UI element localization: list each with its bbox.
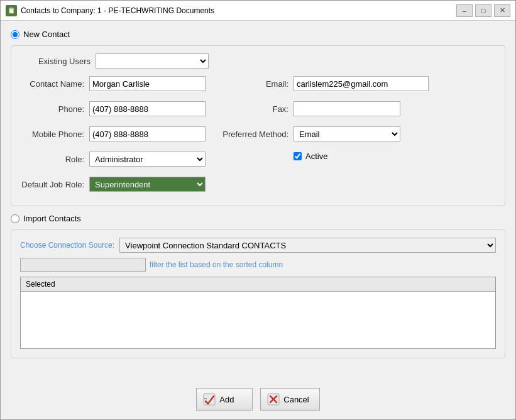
close-button[interactable]: ✕ [494,4,510,17]
email-label: Email: [218,79,294,89]
fax-label: Fax: [218,104,294,114]
left-column: Contact Name: Phone: Mobile Phone: [20,76,206,197]
filter-hint: filter the list based on the sorted colu… [150,260,283,269]
grid-header-selected: Selected [21,277,495,292]
add-icon [202,392,217,407]
role-label: Role: [20,155,89,164]
new-contact-box: Existing Users Contact Name: [11,45,505,206]
app-icon: 📋 [6,5,17,16]
existing-users-row: Existing Users [20,53,496,69]
preferred-method-select[interactable]: Email Phone Fax [294,126,400,141]
add-label: Add [219,395,234,404]
window-title: Contacts to Company: 1 - PE-TECHWRITING … [21,6,456,15]
grid-body[interactable] [21,292,495,348]
email-input[interactable] [294,76,429,91]
new-contact-radio[interactable] [11,30,19,39]
active-checkbox-row: Active [294,152,327,161]
fax-input[interactable] [294,101,400,116]
active-row: Active [218,152,429,161]
connection-source-label: Choose Connection Source: [20,241,114,250]
form-columns: Contact Name: Phone: Mobile Phone: [20,76,496,197]
cancel-icon-svg [266,392,280,406]
contact-name-input[interactable] [89,76,206,91]
import-contacts-section: Import Contacts Choose Connection Source… [11,214,505,358]
import-contacts-radio-row: Import Contacts [11,214,505,223]
phone-row: Phone: [20,101,206,116]
preferred-method-label: Preferred Method: [218,130,294,139]
filter-input[interactable] [20,258,146,272]
filter-row: filter the list based on the sorted colu… [20,258,496,272]
main-window: 📋 Contacts to Company: 1 - PE-TECHWRITIN… [0,0,516,420]
contacts-grid: Selected [20,277,496,349]
import-contacts-box: Choose Connection Source: Viewpoint Conn… [11,229,505,358]
cancel-label: Cancel [283,395,309,404]
email-row: Email: [218,76,429,91]
import-contacts-label: Import Contacts [23,214,81,223]
mobile-phone-row: Mobile Phone: [20,126,206,141]
contact-name-row: Contact Name: [20,76,206,91]
add-icon-svg [202,392,216,406]
default-job-role-row: Default Job Role: Superintendent Foreman… [20,177,206,192]
phone-label: Phone: [20,104,89,114]
existing-users-label: Existing Users [20,57,96,66]
minimize-button[interactable]: – [456,4,473,17]
footer: Add Cancel [1,382,515,419]
title-bar: 📋 Contacts to Company: 1 - PE-TECHWRITIN… [1,1,515,21]
add-button[interactable]: Add [196,388,253,411]
import-contacts-radio[interactable] [11,214,19,223]
phone-input[interactable] [89,101,206,116]
existing-users-select[interactable] [96,53,209,69]
active-label: Active [305,152,327,161]
preferred-method-row: Preferred Method: Email Phone Fax [218,126,429,141]
connection-source-row: Choose Connection Source: Viewpoint Conn… [20,238,496,253]
main-content: New Contact Existing Users Conta [1,21,515,382]
connection-source-select[interactable]: Viewpoint Connection Standard CONTACTS [119,238,496,253]
new-contact-label: New Contact [23,30,70,39]
new-contact-radio-row: New Contact [11,30,505,39]
mobile-phone-label: Mobile Phone: [20,130,89,139]
mobile-phone-input[interactable] [89,126,206,141]
role-row: Role: Administrator User Viewer [20,152,206,167]
cancel-button[interactable]: Cancel [260,388,319,411]
maximize-button[interactable]: □ [475,4,491,17]
role-select[interactable]: Administrator User Viewer [89,152,206,167]
active-checkbox[interactable] [294,152,302,160]
cancel-icon [266,392,281,407]
contact-name-label: Contact Name: [20,79,89,89]
default-job-role-label: Default Job Role: [20,180,89,189]
default-job-role-select[interactable]: Superintendent Foreman Engineer Manager [89,177,206,192]
fax-row: Fax: [218,101,429,116]
new-contact-section: New Contact Existing Users Conta [11,30,505,206]
right-column: Email: Fax: Preferred Method: Ema [218,76,429,197]
window-controls: – □ ✕ [456,4,510,17]
